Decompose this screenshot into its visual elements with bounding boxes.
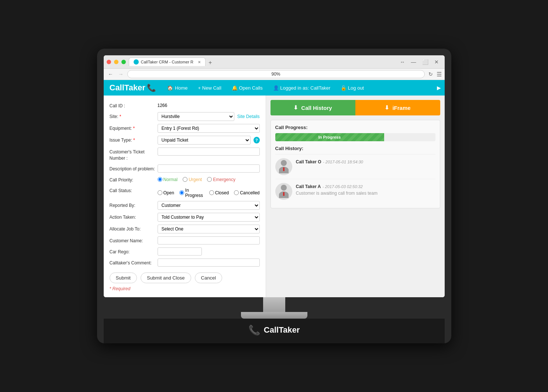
tab-favicon (134, 59, 139, 65)
logo-area: CallTaker 📞 (104, 80, 162, 96)
customer-name-input[interactable] (158, 236, 260, 244)
window-maximize-button[interactable] (121, 60, 126, 64)
new-tab-button[interactable]: + (206, 59, 214, 66)
description-control (158, 164, 260, 173)
logo-text: CallTaker (110, 83, 145, 93)
bottom-logo-icon: 📞 (248, 325, 260, 336)
status-cancelled-label[interactable]: Cancelled (234, 190, 259, 195)
ticket-number-control (158, 148, 260, 156)
priority-emergency-radio[interactable] (207, 177, 212, 182)
priority-emergency-label[interactable]: Emergency (207, 177, 235, 182)
avatar-head-0 (281, 160, 287, 166)
comment-row: Calltaker's Comment: (110, 259, 260, 267)
call-id-value: 1266 (158, 101, 260, 108)
allocate-job-row: Allocate Job To: Select One (110, 225, 260, 233)
main-nav: 🏠 Home + New Call 🔔 Open Calls 👤 Logged … (162, 81, 369, 95)
history-time-0: - 2017-05-01 18:54:30 (323, 160, 363, 164)
site-required: * (120, 114, 121, 119)
iframe-tab[interactable]: ⬇ iFrame (355, 100, 440, 115)
call-id-row: Call ID : 1266 (110, 101, 260, 109)
car-rego-input[interactable] (158, 247, 202, 256)
tab-close-button[interactable]: ✕ (198, 60, 201, 64)
ticket-number-label: Customer's Ticket Number : (110, 148, 158, 162)
restore-icon[interactable]: ⬜ (422, 59, 428, 65)
home-icon: 🏠 (167, 85, 173, 91)
equipment-select[interactable]: Entry 1 (Forest Rd) (158, 124, 260, 133)
reported-by-control: Customer (158, 201, 260, 210)
avatar-1 (275, 183, 292, 200)
close-window-icon[interactable]: ✕ (434, 59, 439, 65)
priority-normal-label[interactable]: Normal (158, 177, 178, 182)
iframe-icon: ⬇ (385, 104, 389, 111)
reported-by-select[interactable]: Customer (158, 201, 260, 210)
priority-urgent-radio[interactable] (183, 177, 187, 182)
status-open-label[interactable]: Open (158, 190, 174, 195)
customer-name-label: Customer Name: (110, 236, 158, 244)
nav-open-calls[interactable]: 🔔 Open Calls (227, 81, 268, 95)
status-group: Open In Progress Closed Cancelled (158, 186, 260, 198)
menu-button[interactable]: ☰ (437, 71, 442, 78)
submit-button[interactable]: Submit (110, 273, 137, 283)
monitor-bottom-logo: 📞 CallTaker (104, 319, 445, 343)
avatar-figure-0 (279, 160, 289, 173)
call-priority-label: Call Priority: (110, 176, 158, 183)
monitor-stand-base (241, 312, 307, 319)
right-panel: ⬇ Call History ⬇ iFrame Call Progress: I… (266, 96, 445, 297)
status-closed-radio[interactable] (209, 190, 214, 195)
status-inprogress-radio[interactable] (179, 190, 184, 195)
in-progress-label: In Progress (318, 135, 341, 139)
customer-name-control (158, 236, 260, 244)
nav-logged-in: 👤 Logged in as: CallTaker (268, 81, 335, 95)
description-input[interactable] (158, 164, 260, 173)
forward-button[interactable]: → (117, 70, 125, 78)
comment-label: Calltaker's Comment: (110, 259, 158, 266)
tie-1 (283, 192, 285, 196)
tab-buttons: ⬇ Call History ⬇ iFrame (270, 100, 440, 115)
reported-by-row: Reported By: Customer (110, 201, 260, 210)
browser-tab[interactable]: CallTaker CRM - Customer R ✕ (129, 58, 206, 66)
nav-home-label: Home (175, 85, 188, 91)
nav-home[interactable]: 🏠 Home (162, 81, 193, 95)
priority-group: Normal Urgent Emergency (158, 176, 260, 182)
allocate-job-control: Select One (158, 225, 260, 233)
nav-back-icon: ↔ (400, 59, 405, 65)
call-progress-section: Call Progress: In Progress Call History: (270, 120, 440, 208)
comment-input[interactable] (158, 259, 260, 267)
progress-bar-fill: In Progress (275, 133, 384, 141)
priority-normal-radio[interactable] (158, 177, 162, 182)
avatar-0 (275, 158, 292, 175)
call-history-icon: ⬇ (293, 104, 298, 111)
nav-logout[interactable]: 🔓 Log out (335, 81, 369, 95)
window-close-button[interactable] (107, 60, 111, 64)
call-history-tab-label: Call History (301, 105, 332, 111)
site-details-link[interactable]: Site Details (237, 114, 260, 119)
comment-control (158, 259, 260, 267)
help-icon[interactable]: ? (254, 137, 259, 143)
cancel-button[interactable]: Cancel (195, 273, 222, 283)
site-select[interactable]: Hurstville (158, 112, 234, 121)
status-cancelled-radio[interactable] (234, 190, 239, 195)
minimize-icon[interactable]: — (411, 59, 416, 65)
allocate-job-select[interactable]: Select One (158, 225, 260, 233)
equipment-control: Entry 1 (Forest Rd) (158, 124, 260, 133)
refresh-button[interactable]: ↻ (427, 70, 434, 78)
url-bar[interactable]: 90% (127, 70, 425, 78)
site-control: Hurstville Site Details (158, 112, 260, 121)
submit-close-button[interactable]: Submit and Close (141, 273, 191, 283)
back-button[interactable]: ← (107, 70, 115, 78)
status-closed-label[interactable]: Closed (209, 190, 229, 195)
site-label: Site: * (110, 112, 158, 120)
call-history-tab[interactable]: ⬇ Call History (270, 100, 355, 115)
call-status-label: Call Status: (110, 186, 158, 194)
issue-type-select[interactable]: Unpaid Ticket (158, 136, 251, 145)
status-open-radio[interactable] (158, 190, 162, 195)
nav-new-call[interactable]: + New Call (193, 81, 227, 95)
scroll-right-icon[interactable]: ▶ (433, 81, 445, 94)
reported-by-label: Reported By: (110, 201, 158, 209)
ticket-number-input[interactable] (158, 148, 260, 156)
action-taken-select[interactable]: Told Customer to Pay (158, 213, 260, 222)
priority-urgent-label[interactable]: Urgent (183, 177, 202, 182)
status-inprogress-label[interactable]: In Progress (179, 188, 204, 198)
window-minimize-button[interactable] (114, 60, 118, 64)
avatar-head-1 (281, 185, 287, 191)
